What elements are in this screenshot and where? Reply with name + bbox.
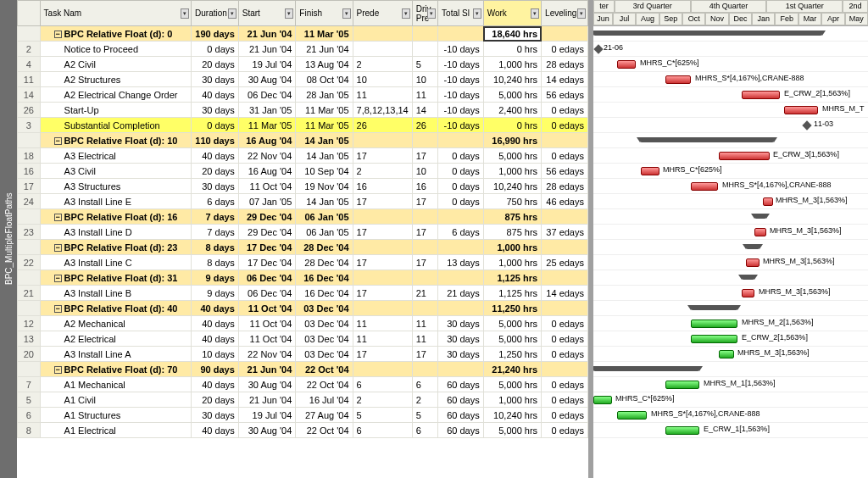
task-bar[interactable]: [641, 167, 659, 175]
task-row[interactable]: 16A3 Civil20 days16 Aug '0410 Sep '04210…: [18, 164, 588, 179]
timeline-month: Jul: [613, 13, 636, 25]
col-header-driv[interactable]: Driv Pre▾: [412, 1, 437, 26]
filter-dropdown-icon[interactable]: ▾: [342, 8, 351, 19]
group-row[interactable]: −BPC Relative Float (d): 7090 days21 Jun…: [18, 362, 588, 377]
task-bar[interactable]: [746, 258, 760, 267]
collapse-icon[interactable]: −: [54, 214, 62, 221]
task-row[interactable]: 23A3 Install Line D7 days29 Dec '0406 Ja…: [18, 225, 588, 240]
col-header-idx[interactable]: [18, 1, 41, 26]
task-bar[interactable]: [691, 182, 718, 191]
collapse-icon[interactable]: −: [54, 137, 62, 145]
task-row[interactable]: 4A2 Civil20 days19 Jul '0413 Aug '0425-1…: [18, 57, 588, 72]
task-row[interactable]: 8A1 Electrical40 days30 Aug '0422 Oct '0…: [18, 423, 588, 438]
task-bar[interactable]: [763, 197, 773, 206]
col-header-pred[interactable]: Prede▾: [353, 1, 412, 26]
task-row[interactable]: 14A2 Electrical Change Order40 days06 De…: [18, 87, 588, 103]
cell-start: 17 Dec '04: [238, 255, 296, 270]
milestone-diamond[interactable]: [802, 120, 811, 130]
gantt-row: E_CRW_3[1,563%]: [593, 148, 868, 164]
cell-idx: 14: [18, 87, 41, 103]
summary-bar[interactable]: [746, 244, 760, 249]
filter-dropdown-icon[interactable]: ▾: [427, 8, 436, 19]
collapse-icon[interactable]: −: [54, 244, 62, 252]
col-header-start[interactable]: Start▾: [238, 1, 296, 26]
filter-dropdown-icon[interactable]: ▾: [402, 8, 410, 19]
filter-dropdown-icon[interactable]: ▾: [577, 8, 586, 19]
task-bar[interactable]: [593, 396, 612, 404]
cell-task: A2 Electrical Change Order: [40, 87, 191, 103]
task-row[interactable]: 6A1 Structures30 days19 Jul '0427 Aug '0…: [18, 408, 588, 423]
group-row[interactable]: −BPC Relative Float (d): 4040 days11 Oct…: [18, 301, 588, 316]
task-row[interactable]: 21A3 Install Line B9 days06 Dec '0416 De…: [18, 286, 588, 301]
task-row[interactable]: 5A1 Civil20 days21 Jun '0416 Jul '042260…: [18, 392, 588, 408]
collapse-icon[interactable]: −: [54, 366, 62, 374]
timeline-month: Nov: [705, 13, 728, 25]
summary-bar[interactable]: [640, 137, 774, 142]
timeline-month: Jun: [593, 13, 613, 25]
summary-bar[interactable]: [754, 214, 766, 219]
task-row[interactable]: 7A1 Mechanical40 days30 Aug '0422 Oct '0…: [18, 377, 588, 392]
task-row[interactable]: 26Start-Up30 days31 Jan '0511 Mar '057,8…: [18, 103, 588, 118]
summary-bar[interactable]: [691, 305, 737, 310]
collapse-icon[interactable]: −: [54, 31, 62, 38]
task-row[interactable]: 18A3 Electrical40 days22 Nov '0414 Jan '…: [18, 148, 588, 164]
task-row[interactable]: 20A3 Install Line A10 days22 Nov '0403 D…: [18, 347, 588, 362]
filter-dropdown-icon[interactable]: ▾: [181, 8, 189, 19]
col-header-lev[interactable]: Leveling▾: [542, 1, 588, 26]
group-row[interactable]: −BPC Relative Float (d): 319 days06 Dec …: [18, 270, 588, 286]
task-bar[interactable]: [719, 152, 770, 160]
task-row[interactable]: 13A2 Electrical40 days11 Oct '0403 Dec '…: [18, 331, 588, 347]
bar-label: MHRS_M_3[1,563%]: [737, 348, 810, 357]
cell-idx: 20: [18, 347, 41, 362]
filter-dropdown-icon[interactable]: ▾: [228, 8, 236, 19]
cell-pred: 2: [353, 392, 412, 408]
col-header-slack[interactable]: Total Sl▾: [438, 1, 484, 26]
task-row[interactable]: 17A3 Structures30 days11 Oct '0419 Nov '…: [18, 179, 588, 194]
task-bar[interactable]: [665, 75, 691, 84]
cell-dur: 0 days: [192, 42, 239, 57]
task-row[interactable]: 2Notice to Proceed0 days21 Jun '0421 Jun…: [18, 42, 588, 57]
task-bar[interactable]: [742, 289, 754, 297]
group-row[interactable]: −BPC Relative Float (d): 167 days29 Dec …: [18, 209, 588, 225]
cell-task: A3 Civil: [40, 164, 191, 179]
cell-dur: 8 days: [192, 240, 239, 255]
summary-bar[interactable]: [593, 31, 822, 36]
col-header-dur[interactable]: Duration▾: [192, 1, 239, 26]
collapse-icon[interactable]: −: [54, 305, 62, 313]
task-bar[interactable]: [754, 228, 766, 236]
cell-lev: 0 edays: [542, 103, 588, 118]
gantt-pane[interactable]: ter3rd Quarter4th Quarter1st Quarter2nd …: [593, 0, 868, 478]
group-row[interactable]: −BPC Relative Float (d): 10110 days16 Au…: [18, 133, 588, 148]
task-bar[interactable]: [719, 350, 734, 358]
summary-bar[interactable]: [593, 366, 699, 371]
cell-slack: -10 days: [438, 103, 484, 118]
filter-dropdown-icon[interactable]: ▾: [531, 8, 539, 19]
side-tab[interactable]: BPC_MultipleFloatPaths: [0, 0, 17, 478]
task-bar[interactable]: [617, 60, 636, 69]
summary-bar[interactable]: [742, 275, 754, 280]
task-row[interactable]: 24A3 Install Line E6 days07 Jan '0514 Ja…: [18, 194, 588, 209]
milestone-diamond[interactable]: [593, 44, 603, 53]
task-row[interactable]: 12A2 Mechanical40 days11 Oct '0403 Dec '…: [18, 316, 588, 331]
task-bar[interactable]: [617, 411, 647, 420]
cell-lev: 25 edays: [542, 255, 588, 270]
group-row[interactable]: −BPC Relative Float (d): 238 days17 Dec …: [18, 240, 588, 255]
task-bar[interactable]: [691, 320, 737, 328]
col-header-task[interactable]: Task Nam▾: [40, 1, 191, 26]
task-bar[interactable]: [665, 426, 699, 435]
filter-dropdown-icon[interactable]: ▾: [473, 8, 481, 19]
col-header-work[interactable]: Work▾: [483, 1, 541, 26]
collapse-icon[interactable]: −: [54, 275, 62, 282]
col-header-finish[interactable]: Finish▾: [296, 1, 353, 26]
task-row[interactable]: 11A2 Structures30 days30 Aug '0408 Oct '…: [18, 72, 588, 87]
cell-task: A1 Structures: [40, 408, 191, 423]
task-row[interactable]: 3Substantial Completion0 days11 Mar '051…: [18, 118, 588, 133]
cell-dur: 20 days: [192, 57, 239, 72]
task-bar[interactable]: [742, 91, 780, 99]
task-bar[interactable]: [784, 106, 818, 114]
group-row[interactable]: −BPC Relative Float (d): 0190 days21 Jun…: [18, 26, 588, 42]
task-row[interactable]: 22A3 Install Line C8 days17 Dec '0428 De…: [18, 255, 588, 270]
filter-dropdown-icon[interactable]: ▾: [285, 8, 293, 19]
task-bar[interactable]: [691, 335, 737, 343]
task-bar[interactable]: [665, 381, 699, 389]
